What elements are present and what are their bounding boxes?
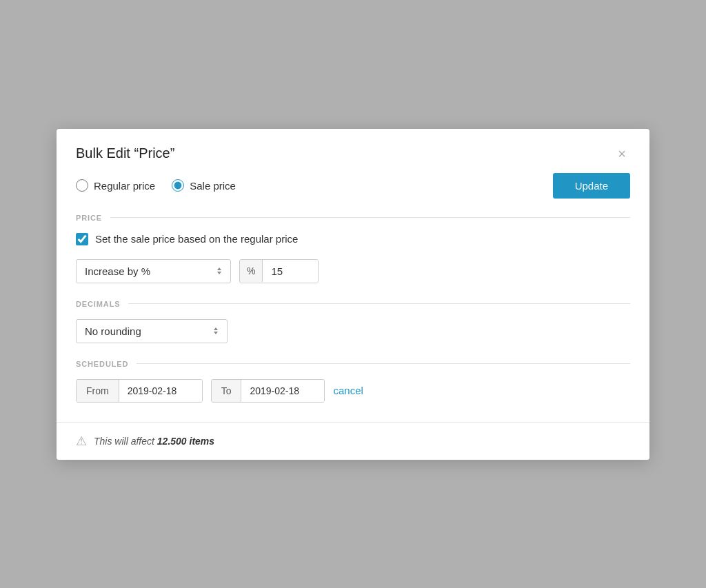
warning-icon: ⚠ [76,434,87,449]
rounding-row: No rounding Round to nearest 0.5 Round t… [76,319,630,343]
controls-row: Increase by % Decrease by % Increase by … [76,259,630,283]
sale-price-label: Sale price [190,180,236,192]
price-section-divider: PRICE [76,214,630,222]
scheduled-section-divider: SCHEDULED [76,360,630,368]
sale-price-checkbox[interactable] [76,233,88,245]
decimals-divider-line [128,303,630,304]
to-field-group: To [211,379,325,403]
to-label: To [212,380,242,402]
from-field-group: From [76,379,203,403]
date-row: From To cancel [76,379,630,403]
percent-symbol: % [240,260,263,282]
modal-dialog: Bulk Edit “Price” × Regular price Sale p… [57,129,649,460]
close-button[interactable]: × [614,145,630,162]
from-input[interactable] [119,380,202,402]
regular-price-radio-label[interactable]: Regular price [76,179,155,192]
modal-overlay: Bulk Edit “Price” × Regular price Sale p… [0,0,706,588]
radio-group: Regular price Sale price [76,179,236,192]
price-type-row: Regular price Sale price Update [76,173,630,211]
update-button[interactable]: Update [553,173,630,199]
from-label: From [77,380,119,402]
rounding-select[interactable]: No rounding Round to nearest 0.5 Round t… [76,319,228,343]
price-divider-line [110,217,630,218]
footer-text: This will affect 12.500 items [94,436,214,447]
modal-body: Regular price Sale price Update PRICE Se… [57,173,649,403]
modal-footer: ⚠ This will affect 12.500 items [57,422,649,460]
decimals-section-divider: DECIMALS [76,300,630,308]
regular-price-label: Regular price [94,180,155,192]
footer-bold-text: 12.500 items [157,436,214,447]
percent-input-group: % [239,259,319,283]
footer-text-before: This will affect [94,436,157,447]
sale-price-radio-label[interactable]: Sale price [172,179,236,192]
price-section-label: PRICE [76,214,102,222]
checkbox-row: Set the sale price based on the regular … [76,233,630,245]
cancel-button[interactable]: cancel [333,385,363,396]
modal-header: Bulk Edit “Price” × [57,129,649,173]
checkbox-label: Set the sale price based on the regular … [95,233,298,245]
scheduled-section-label: SCHEDULED [76,360,128,368]
increase-select[interactable]: Increase by % Decrease by % Increase by … [76,259,231,283]
decimals-section-label: DECIMALS [76,300,120,308]
percent-input[interactable] [263,260,318,283]
to-input[interactable] [241,380,324,402]
sale-price-radio[interactable] [172,179,184,192]
modal-title: Bulk Edit “Price” [76,145,174,161]
scheduled-divider-line [137,363,630,364]
regular-price-radio[interactable] [76,179,88,192]
